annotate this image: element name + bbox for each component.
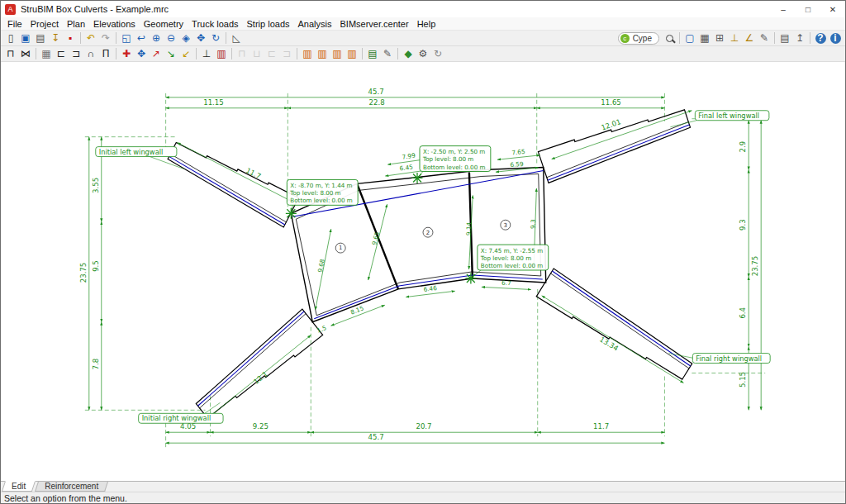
initial-wingwalls-icon[interactable]: ⊏ bbox=[54, 47, 69, 61]
dimension-text: 2.9 bbox=[739, 141, 747, 153]
reports-icon[interactable]: ▤ bbox=[365, 47, 380, 61]
menu-item-truck-loads[interactable]: Truck loads bbox=[188, 19, 242, 29]
final-wingwalls-icon[interactable]: ⊐ bbox=[69, 47, 83, 61]
tab-reinforcement[interactable]: Reinforcement bbox=[35, 482, 108, 492]
paste-segment-icon[interactable]: ⊔ bbox=[250, 47, 264, 61]
plan-template-icon[interactable]: ▦ bbox=[39, 47, 54, 61]
coordinate-annotation-text: Top level: 8.00 m bbox=[422, 155, 473, 163]
configuration-icon[interactable]: ⚙ bbox=[416, 47, 430, 61]
toolbar-separator bbox=[362, 48, 363, 59]
zoom-out-icon[interactable]: ⊖ bbox=[164, 31, 178, 45]
view-tabs-bar: Edit Reinforcement bbox=[1, 481, 845, 492]
status-bar: Select an option from the menu. bbox=[1, 492, 845, 503]
search-icon[interactable] bbox=[662, 31, 677, 45]
dimension-text: 12.1 bbox=[252, 369, 269, 386]
search-box[interactable]: c Cype bbox=[618, 32, 659, 45]
initial-right-wingwall[interactable] bbox=[196, 309, 322, 418]
vertex-marker-icon[interactable] bbox=[412, 173, 423, 183]
move-vertex-icon[interactable]: ✥ bbox=[134, 47, 149, 61]
live-load-icon[interactable]: ▥ bbox=[315, 47, 330, 61]
print-drawing-icon[interactable]: ▤ bbox=[777, 31, 792, 45]
dimension-text: 4.05 bbox=[180, 422, 196, 430]
menu-item-file[interactable]: File bbox=[3, 19, 26, 29]
divide-segment-icon[interactable]: ↙ bbox=[178, 47, 193, 61]
pan-icon[interactable]: ✥ bbox=[193, 31, 208, 45]
redo-icon[interactable]: ↷ bbox=[98, 31, 113, 45]
menu-item-help[interactable]: Help bbox=[413, 19, 440, 29]
bimserver-share-icon[interactable]: ◆ bbox=[401, 47, 416, 61]
about-icon[interactable]: i bbox=[828, 31, 843, 45]
dimension-text: 5.15 bbox=[739, 372, 747, 388]
dimension-text: 22.8 bbox=[369, 98, 385, 107]
zoom-previous-icon[interactable]: ↩ bbox=[134, 31, 149, 45]
menu-item-bimserver-center[interactable]: BIMserver.center bbox=[335, 19, 412, 29]
vertices-icon[interactable]: Π bbox=[98, 47, 113, 61]
vertex-marker-icon[interactable] bbox=[465, 273, 476, 283]
menu-item-geometry[interactable]: Geometry bbox=[140, 19, 188, 29]
menu-item-strip-loads[interactable]: Strip loads bbox=[243, 19, 294, 29]
dimension-text: 6.7 bbox=[501, 279, 511, 288]
truck-load-left-icon[interactable]: ▥ bbox=[330, 47, 345, 61]
ruler-icon[interactable]: ⊥ bbox=[727, 31, 742, 45]
snap-icon[interactable]: ⊞ bbox=[712, 31, 727, 45]
coordinate-annotation-text: X: 7.45 m, Y: -2.55 m bbox=[481, 247, 543, 254]
dimension-text: 9.68 bbox=[316, 258, 326, 273]
redraw-icon[interactable]: ↻ bbox=[208, 31, 223, 45]
print-icon[interactable]: ▤ bbox=[33, 31, 48, 45]
dimension-text: 45.7 bbox=[368, 88, 384, 96]
edit-depth-icon[interactable]: ⊥ bbox=[199, 47, 214, 61]
align-up-icon[interactable]: ↗ bbox=[149, 47, 164, 61]
tab-edit[interactable]: Edit bbox=[2, 481, 36, 492]
close-button[interactable]: ✕ bbox=[820, 1, 845, 17]
grid-icon[interactable]: ▦ bbox=[697, 31, 712, 45]
edit-drawing-icon[interactable]: ✎ bbox=[757, 31, 772, 45]
align-down-icon[interactable]: ↘ bbox=[164, 47, 178, 61]
search-input[interactable]: Cype bbox=[633, 34, 652, 43]
dimension-text: 6.59 bbox=[510, 160, 524, 169]
coordinate-annotation-text: Top level: 8.00 m bbox=[289, 189, 340, 197]
insert-vertex-icon[interactable]: ✚ bbox=[119, 47, 134, 61]
copy-segment-icon[interactable]: ⊓ bbox=[235, 47, 250, 61]
zoom-window-icon[interactable]: ◱ bbox=[119, 31, 134, 45]
initial-left-wingwall-face bbox=[170, 154, 286, 222]
dead-load-icon[interactable]: ▥ bbox=[300, 47, 315, 61]
measure-icon[interactable]: ◺ bbox=[229, 31, 244, 45]
save-icon[interactable]: ▣ bbox=[18, 31, 33, 45]
zoom-extents-icon[interactable]: ◈ bbox=[178, 31, 193, 45]
drawing-canvas[interactable]: 45.711.1522.811.6512.0111.723.753.559.57… bbox=[1, 62, 845, 481]
next-segment-icon[interactable]: ⊐ bbox=[279, 47, 294, 61]
final-right-wingwall[interactable] bbox=[536, 269, 692, 379]
label-leader-line bbox=[670, 121, 696, 127]
angle-icon[interactable]: ∠ bbox=[742, 31, 757, 45]
box-culvert-geometry-icon[interactable]: ⊓ bbox=[3, 47, 18, 61]
search-icon bbox=[666, 35, 673, 42]
maximize-button[interactable]: □ bbox=[796, 1, 820, 17]
dimension-text: 6.46 bbox=[423, 284, 438, 293]
truck-load-right-icon[interactable]: ▥ bbox=[345, 47, 359, 61]
help-icon[interactable]: ? bbox=[813, 31, 828, 45]
menu-item-elevations[interactable]: Elevations bbox=[89, 19, 140, 29]
main-toolbar-left: ▯▣▤↧▪↶↷◱↩⊕⊖◈✥↻◺ bbox=[3, 31, 244, 45]
menu-item-plan[interactable]: Plan bbox=[63, 19, 89, 29]
culvert-obliqueness-icon[interactable]: ⋈ bbox=[18, 47, 33, 61]
new-file-icon[interactable]: ▯ bbox=[3, 31, 18, 45]
culvert-left-inner-wall bbox=[296, 219, 316, 316]
window-select-icon[interactable]: ▢ bbox=[682, 31, 697, 45]
menu-item-analysis[interactable]: Analysis bbox=[294, 19, 336, 29]
minimize-button[interactable]: – bbox=[771, 1, 796, 17]
import-icon[interactable]: ↧ bbox=[48, 31, 63, 45]
zoom-in-icon[interactable]: ⊕ bbox=[149, 31, 164, 45]
initial-left-wingwall[interactable] bbox=[168, 143, 298, 227]
segments-icon[interactable]: ∩ bbox=[83, 47, 98, 61]
lock-icon[interactable]: ▪ bbox=[63, 31, 78, 45]
vertex-marker-icon[interactable] bbox=[286, 208, 297, 219]
cype-logo-icon: c bbox=[620, 34, 630, 43]
drawings-icon[interactable]: ✎ bbox=[380, 47, 395, 61]
menu-item-project[interactable]: Project bbox=[26, 19, 63, 29]
undo-icon[interactable]: ↶ bbox=[83, 31, 98, 45]
dimension-text: 9.25 bbox=[253, 422, 269, 430]
update-icon[interactable]: ↻ bbox=[430, 47, 445, 61]
assign-depth-icon[interactable]: ▥ bbox=[214, 47, 229, 61]
export-document-icon[interactable]: ↥ bbox=[792, 31, 807, 45]
previous-segment-icon[interactable]: ⊏ bbox=[264, 47, 279, 61]
